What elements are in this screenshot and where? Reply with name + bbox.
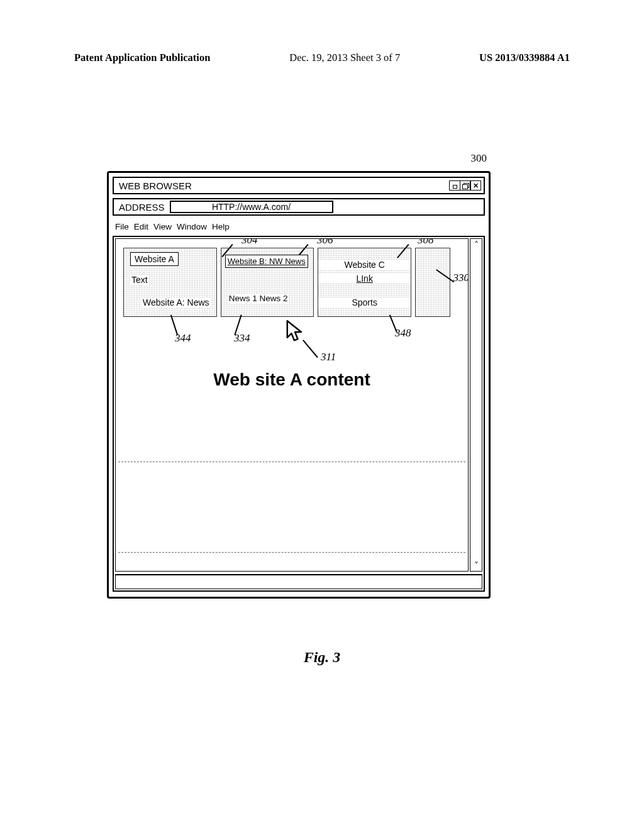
window-titlebar: WEB BROWSER ✕ — [113, 177, 485, 194]
tab-c-title: Website C — [318, 260, 411, 270]
dashed-separator-2 — [118, 552, 465, 553]
window-title: WEB BROWSER — [119, 180, 192, 191]
ref-311: 311 — [321, 351, 336, 363]
address-bar: ADDRESS HTTP://www.A.com/ — [113, 198, 485, 216]
minimize-button[interactable] — [449, 180, 460, 191]
menu-help[interactable]: Help — [212, 222, 231, 231]
menu-file[interactable]: File — [115, 222, 130, 231]
header-left: Patent Application Publication — [74, 52, 210, 64]
address-label: ADDRESS — [114, 202, 170, 213]
window-controls: ✕ — [450, 180, 482, 191]
content-frame: 304 306 308 Website A Text Website A: Ne… — [113, 236, 485, 592]
dashed-separator-1 — [118, 462, 465, 462]
tab-blank[interactable] — [415, 248, 450, 317]
tab-c-sports-label[interactable]: Sports — [318, 297, 411, 307]
ref-308: 308 — [418, 238, 434, 246]
leader-311 — [303, 340, 318, 358]
tab-a-text-label: Text — [130, 275, 149, 285]
leader-348 — [389, 314, 397, 332]
scroll-up-icon[interactable]: ˄ — [470, 239, 482, 250]
tab-c-link[interactable]: LInk — [318, 274, 411, 284]
tab-b-news-label[interactable]: News 1 News 2 — [228, 294, 289, 303]
menubar: File Edit View Window Help — [115, 222, 231, 231]
ref-306: 306 — [317, 238, 333, 246]
cursor-icon — [284, 319, 306, 345]
tab-strip: Website A Text Website A: News Website B… — [123, 248, 450, 317]
page-header: Patent Application Publication Dec. 19, … — [74, 52, 570, 64]
tab-a-news-label[interactable]: Website A: News — [142, 297, 211, 307]
ref-334: 334 — [234, 332, 250, 345]
browser-window: WEB BROWSER ✕ ADDRESS HTTP://www.A.com/ … — [107, 171, 491, 599]
ref-304: 304 — [242, 238, 258, 246]
maximize-button[interactable] — [460, 180, 471, 191]
address-field[interactable]: HTTP://www.A.com/ — [170, 201, 333, 213]
tab-b-box: Website B: NW News — [225, 255, 308, 268]
menu-view[interactable]: View — [153, 222, 173, 231]
close-button[interactable]: ✕ — [470, 180, 481, 191]
viewport: 304 306 308 Website A Text Website A: Ne… — [115, 238, 469, 572]
ref-300: 300 — [471, 152, 487, 165]
tab-website-a[interactable]: Website A Text Website A: News — [123, 248, 217, 317]
menu-window[interactable]: Window — [177, 222, 208, 231]
vertical-scrollbar[interactable]: ˄ ˅ — [470, 238, 482, 572]
header-mid: Dec. 19, 2013 Sheet 3 of 7 — [289, 52, 400, 64]
tab-website-c[interactable]: Website C LInk Sports — [318, 248, 411, 317]
figure-wrap: 300 WEB BROWSER ✕ ADDRESS HTTP://www.A.c… — [107, 160, 491, 594]
ref-348: 348 — [395, 327, 411, 340]
ref-330: 330 — [453, 272, 469, 284]
tab-website-b[interactable]: Website B: NW News News 1 News 2 — [221, 248, 314, 317]
menu-edit[interactable]: Edit — [134, 222, 150, 231]
tab-a-box: Website A — [130, 252, 179, 266]
header-right: US 2013/0339884 A1 — [479, 52, 570, 64]
page-content-heading: Web site A content — [116, 370, 468, 390]
scroll-down-icon[interactable]: ˅ — [470, 560, 482, 571]
status-bar — [115, 574, 482, 589]
figure-caption: Fig. 3 — [0, 649, 644, 666]
